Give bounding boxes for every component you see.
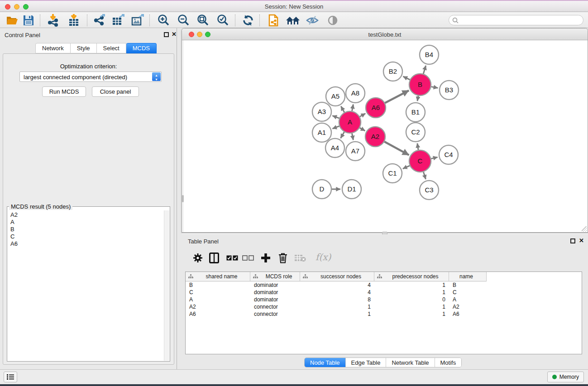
edge-C-C2[interactable] bbox=[417, 143, 418, 150]
import-network-icon[interactable] bbox=[45, 14, 61, 27]
eye-slash-icon[interactable] bbox=[305, 14, 320, 27]
export-table-icon[interactable] bbox=[110, 14, 126, 27]
cell[interactable]: dominator bbox=[250, 281, 300, 289]
cell[interactable]: connector bbox=[250, 310, 300, 318]
mcds-result-scrollbar[interactable] bbox=[164, 210, 169, 361]
settings-gear-icon[interactable] bbox=[191, 251, 205, 265]
edge-A-A4[interactable] bbox=[341, 132, 344, 138]
import-table-icon[interactable] bbox=[66, 14, 81, 27]
column-header-predecessor-nodes[interactable]: predecessor nodes bbox=[374, 272, 449, 281]
cell[interactable]: 1 bbox=[374, 303, 449, 310]
refresh-icon[interactable] bbox=[240, 14, 256, 27]
houses-icon[interactable] bbox=[285, 14, 301, 27]
mcds-result-item[interactable]: A2 bbox=[10, 211, 161, 219]
cell[interactable]: 1 bbox=[300, 310, 374, 318]
search-box[interactable] bbox=[449, 15, 583, 25]
mcds-result-item[interactable]: B bbox=[10, 226, 161, 233]
zoom-out-icon[interactable] bbox=[176, 14, 191, 27]
cell[interactable]: 1 bbox=[374, 310, 449, 318]
memory-button[interactable]: Memory bbox=[547, 372, 584, 382]
export-network-icon[interactable] bbox=[91, 14, 107, 27]
tab-network-table[interactable]: Network Table bbox=[386, 358, 435, 367]
edge-B-B3[interactable] bbox=[431, 87, 438, 88]
task-history-button[interactable] bbox=[4, 372, 17, 382]
mcds-result-item[interactable]: A6 bbox=[10, 240, 161, 248]
window-resize-grip[interactable] bbox=[582, 226, 587, 232]
edge-A-A5[interactable] bbox=[341, 106, 344, 112]
cell[interactable]: A2 bbox=[186, 303, 250, 310]
float-panel-icon[interactable] bbox=[164, 32, 169, 37]
column-header-name[interactable]: name bbox=[449, 272, 487, 281]
zoom-fit-icon[interactable] bbox=[195, 14, 210, 27]
table-row[interactable]: Bdominator41B bbox=[186, 281, 582, 289]
tab-node-table[interactable]: Node Table bbox=[305, 358, 346, 367]
tab-motifs[interactable]: Motifs bbox=[435, 358, 462, 367]
edge-A-A6[interactable] bbox=[360, 114, 366, 117]
table-row[interactable]: A6connector11A6 bbox=[186, 310, 582, 318]
mcds-result-item[interactable]: A bbox=[10, 219, 161, 226]
deselect-checks-icon[interactable] bbox=[241, 251, 255, 265]
cell[interactable]: 0 bbox=[374, 296, 449, 303]
zoom-in-icon[interactable] bbox=[156, 14, 171, 27]
export-image-icon[interactable] bbox=[130, 14, 145, 27]
close-panel-button[interactable]: Close panel bbox=[92, 86, 139, 97]
column-header-successor-nodes[interactable]: successor nodes bbox=[300, 272, 374, 281]
cell[interactable]: C bbox=[186, 289, 250, 296]
open-session-icon[interactable] bbox=[5, 14, 20, 27]
cell[interactable]: dominator bbox=[250, 296, 300, 303]
edge-C-C3[interactable] bbox=[424, 172, 426, 179]
edge-A-A1[interactable] bbox=[332, 126, 339, 129]
node-table[interactable]: shared nameMCDS rolesuccessor nodesprede… bbox=[185, 272, 582, 354]
edge-A-A7[interactable] bbox=[352, 133, 354, 140]
tab-select[interactable]: Select bbox=[97, 43, 126, 53]
tab-mcds[interactable]: MCDS bbox=[126, 43, 157, 53]
edge-B-B1[interactable] bbox=[417, 96, 418, 101]
mcds-result-item[interactable]: C bbox=[10, 233, 161, 240]
zoom-selected-icon[interactable] bbox=[215, 14, 230, 27]
select-stepper-icon[interactable]: ▲▼ bbox=[152, 72, 161, 81]
eye-icon[interactable] bbox=[325, 14, 340, 27]
table-row[interactable]: A2connector11A2 bbox=[186, 303, 582, 310]
float-table-panel-icon[interactable] bbox=[570, 238, 575, 243]
criterion-select[interactable]: largest connected component (directed) ▲… bbox=[19, 71, 162, 82]
edge-A2-C[interactable] bbox=[384, 142, 409, 155]
cell[interactable]: B bbox=[186, 281, 250, 289]
search-input[interactable] bbox=[460, 16, 580, 24]
cell[interactable]: 1 bbox=[374, 281, 449, 289]
cell[interactable]: connector bbox=[250, 303, 300, 310]
cell[interactable]: 4 bbox=[300, 281, 374, 289]
close-table-panel-icon[interactable]: ✕ bbox=[579, 237, 584, 244]
cell[interactable]: 4 bbox=[300, 289, 374, 296]
table-row[interactable]: Adominator80A bbox=[186, 296, 582, 303]
cell[interactable]: dominator bbox=[250, 289, 300, 296]
tab-style[interactable]: Style bbox=[71, 43, 97, 53]
cell[interactable]: A bbox=[186, 296, 250, 303]
columns-icon[interactable] bbox=[207, 251, 221, 265]
cell[interactable]: C bbox=[449, 289, 487, 296]
cell[interactable]: 8 bbox=[300, 296, 374, 303]
edge-A-A2[interactable] bbox=[360, 128, 365, 131]
edge-B-B2[interactable] bbox=[403, 76, 410, 80]
select-all-checks-icon[interactable] bbox=[225, 251, 239, 265]
cell[interactable]: A bbox=[449, 296, 487, 303]
cell[interactable]: A2 bbox=[449, 303, 487, 310]
document-share-icon[interactable] bbox=[266, 14, 282, 27]
column-header-MCDS-role[interactable]: MCDS role bbox=[250, 272, 300, 281]
edge-C-C4[interactable] bbox=[431, 157, 437, 158]
edge-A-A3[interactable] bbox=[332, 116, 339, 119]
run-mcds-button[interactable]: Run MCDS bbox=[42, 86, 86, 97]
cell[interactable]: A6 bbox=[449, 310, 487, 318]
network-graph[interactable]: B4B2BB3A5A8A6A3B1AA1C2A2A4A7C4CC1DD1C3 bbox=[184, 40, 588, 232]
cell[interactable]: A6 bbox=[186, 310, 250, 318]
edge-A-A8[interactable] bbox=[352, 105, 354, 111]
add-icon[interactable] bbox=[258, 251, 273, 265]
tab-network[interactable]: Network bbox=[35, 43, 71, 53]
table-row[interactable]: Cdominator41C bbox=[186, 289, 582, 296]
edge-B-B4[interactable] bbox=[423, 66, 425, 74]
delete-trash-icon[interactable] bbox=[276, 251, 290, 265]
close-panel-icon[interactable]: ✕ bbox=[172, 31, 177, 38]
cell[interactable]: B bbox=[449, 281, 487, 289]
tab-edge-table[interactable]: Edge Table bbox=[346, 358, 387, 367]
cell[interactable]: 1 bbox=[374, 289, 449, 296]
column-header-shared-name[interactable]: shared name bbox=[186, 272, 250, 281]
